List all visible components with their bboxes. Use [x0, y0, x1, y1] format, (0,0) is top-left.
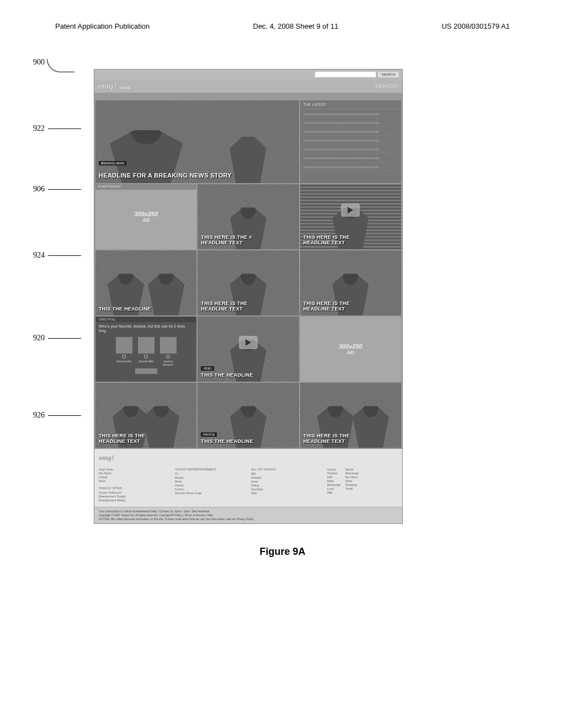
footer-heading: YAHOO! SITES	[99, 486, 169, 490]
latest-item[interactable]	[303, 137, 398, 144]
poll-thumb	[138, 337, 154, 354]
footer-link[interactable]: Mail	[327, 491, 341, 495]
story-tile[interactable]: THIS HERE IS THE HEADLINE TEXT	[198, 250, 299, 315]
radio-icon[interactable]	[122, 355, 126, 358]
latest-item[interactable]	[303, 110, 398, 118]
footer-link[interactable]: News	[99, 479, 169, 483]
story-tile-video[interactable]: VIDEO THIS THE HEADLINE	[198, 317, 299, 382]
story-tile[interactable]: THIS HERE IS THE HEADLINE TEXT	[300, 383, 401, 448]
poll-option-label: Jessica Simpson	[159, 360, 178, 366]
latest-item[interactable]	[303, 163, 398, 171]
poll-option[interactable]: Jessica Simpson	[159, 337, 178, 366]
tile-headline: THIS THE HEADLINE	[99, 307, 193, 312]
story-tile[interactable]: PHOTOS THIS THE HEADLINE	[198, 383, 299, 448]
footer-col: ALL OF YAHOO! 360 Answers Autos Dating G…	[251, 468, 322, 502]
ad-tile[interactable]: 300x250 AD	[300, 317, 401, 382]
footer-link[interactable]: Entertainment Tonight	[99, 495, 169, 499]
poll-header: OMG POLL	[95, 317, 196, 322]
footer-link[interactable]: Gossip	[99, 475, 169, 479]
tile-headline: THIS HERE IS THE HEADLINE TEXT	[303, 433, 398, 445]
footer-link[interactable]: Autos	[251, 480, 322, 484]
footer-link[interactable]: Messenger	[327, 483, 341, 487]
footer-link[interactable]: HotJobs	[327, 472, 341, 475]
footer-link[interactable]: Sports	[345, 468, 359, 472]
footer-link[interactable]: Groups	[327, 468, 341, 472]
footer-link[interactable]: Comics	[175, 488, 246, 491]
poll-option-label: Jessica Alba	[115, 360, 134, 363]
callout-926-label: 926	[33, 411, 45, 419]
story-tile[interactable]: THIS HERE IS THE HEADLINE TEXT	[95, 383, 196, 448]
poll-option[interactable]: Jessica Biel	[137, 337, 156, 366]
footer-link[interactable]: Entertainment Weekly	[99, 499, 169, 502]
nav-tab[interactable]	[115, 94, 116, 98]
hero-headline: HEADLINE FOR A BREAKING NEWS STORY	[99, 172, 296, 179]
callout-900: 900	[33, 58, 72, 71]
story-tile[interactable]: THIS HERE IS THE HEADLINE TEXT	[300, 250, 401, 315]
footer-link[interactable]: GeoCities	[251, 488, 322, 491]
footer-link[interactable]: Summer Movie Guide	[175, 491, 246, 495]
top-utility-bar: SEARCH	[94, 69, 402, 79]
footer-note-line: NOTICE: We collect personal information …	[99, 517, 398, 521]
footer-link[interactable]: Tech	[251, 491, 322, 495]
footer-link[interactable]: Local	[327, 487, 341, 491]
footer-link[interactable]: News	[345, 479, 359, 483]
story-tile[interactable]: THIS THE HEADLINE	[95, 250, 196, 315]
hero-tag: BREAKING NEWS	[99, 161, 126, 165]
vote-button[interactable]	[135, 368, 157, 374]
footer-grid: omg! omg! Home Hot Topics Gossip News YA…	[94, 449, 402, 507]
footer-notes: Your subscription to Yahoo! Entertainmen…	[94, 507, 402, 523]
ad-size: 300x250	[134, 211, 158, 217]
footer-link[interactable]: Messenger	[345, 472, 359, 475]
radio-icon[interactable]	[166, 355, 170, 358]
footer-note-line: Copyright © 2007 Yahoo! Inc. All rights …	[99, 513, 398, 517]
latest-sidebar: THE LATEST	[300, 100, 401, 183]
callout-924-label: 924	[33, 251, 45, 259]
latest-item[interactable]	[303, 119, 398, 127]
ad-tile[interactable]: ADVERTISEMENT 300x250 AD	[95, 184, 196, 249]
tile-tag: PHOTOS	[201, 432, 217, 437]
callout-922: 922	[33, 124, 81, 133]
footer-link[interactable]: TV	[175, 472, 246, 476]
tile-headline: THIS HERE IS THE HEADLINE TEXT	[201, 301, 295, 312]
footer-link[interactable]: Access Hollywood	[99, 491, 169, 495]
search-input[interactable]	[315, 72, 376, 77]
partner-logo[interactable]: YAHOO!	[375, 83, 399, 89]
hero-tile[interactable]: BREAKING NEWS HEADLINE FOR A BREAKING NE…	[95, 100, 299, 183]
search-button[interactable]: SEARCH	[378, 72, 399, 77]
footer-link[interactable]: Dating	[251, 484, 322, 488]
footer-link[interactable]: Maps	[327, 479, 341, 483]
ad-sub: AD	[142, 217, 150, 223]
poll-option[interactable]: Jessica Alba	[115, 337, 134, 366]
footer-link[interactable]: My Yahoo!	[345, 475, 359, 479]
poll-thumb	[116, 337, 132, 354]
footer-link[interactable]: Kids	[327, 475, 341, 479]
site-logo[interactable]: omg!	[98, 81, 117, 91]
latest-item[interactable]	[303, 128, 398, 136]
page-header-row: Patent Application Publication Dec. 4, 2…	[28, 22, 537, 47]
footer-link[interactable]: Shopping	[345, 483, 359, 487]
home-link[interactable]: HOME	[120, 86, 130, 89]
footer-link[interactable]: Games	[175, 484, 246, 488]
footer-link[interactable]: Hot Topics	[99, 472, 169, 475]
story-tile-video[interactable]: THIS HERE IS THE HEADLINE TEXT	[300, 184, 401, 249]
footer-link[interactable]: 360	[251, 472, 322, 476]
latest-item[interactable]	[303, 146, 398, 153]
nav-tab[interactable]	[100, 94, 101, 98]
header-right: US 2008/0301579 A1	[441, 22, 510, 30]
callout-926: 926	[33, 411, 81, 420]
radio-icon[interactable]	[144, 355, 148, 358]
footer-link[interactable]: Answers	[251, 476, 322, 480]
story-tile[interactable]: THIS HERE IS THE # HEADLINE TEXT	[198, 184, 299, 249]
page: Patent Application Publication Dec. 4, 2…	[0, 0, 565, 728]
tile-headline: THIS THE HEADLINE	[201, 439, 295, 445]
figure-area: 900 922 906 924 920 926 SEARCH omg! HOME	[94, 69, 436, 524]
footer-col: omg! Home Hot Topics Gossip News YAHOO! …	[99, 468, 169, 502]
nav-tab[interactable]	[108, 94, 109, 98]
latest-header: THE LATEST	[300, 100, 401, 109]
footer-link[interactable]: omg! Home	[99, 468, 169, 472]
callout-906: 906	[33, 185, 81, 194]
footer-link[interactable]: Music	[175, 480, 246, 484]
footer-link[interactable]: Travel	[345, 487, 359, 491]
latest-item[interactable]	[303, 154, 398, 162]
footer-link[interactable]: Movies	[175, 476, 246, 480]
